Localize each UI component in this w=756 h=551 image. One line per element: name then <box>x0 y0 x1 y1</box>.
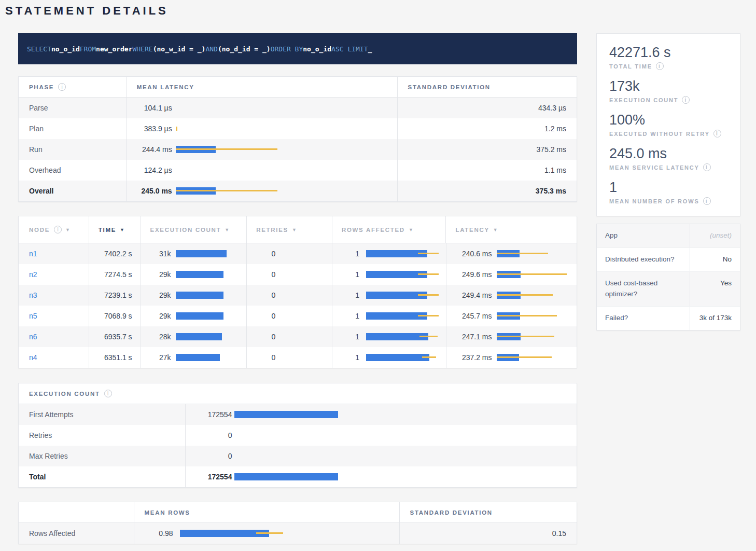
bar-stddev-segment <box>418 315 439 316</box>
stat-label: EXECUTED WITHOUT RETRYi <box>609 130 727 137</box>
latency-column-header[interactable]: LATENCY ▼ <box>445 216 577 243</box>
table-row: n27274.5 s29k01249.6 ms <box>19 264 577 285</box>
std-dev-value: 375.2 ms <box>536 145 566 154</box>
retries-cell: 0 <box>246 306 332 326</box>
info-icon[interactable]: i <box>682 96 690 104</box>
info-icon[interactable]: i <box>656 62 664 70</box>
rows-affected-label: Rows Affected <box>29 529 75 538</box>
table-row: Parse104.1 µs434.3 µs <box>19 98 577 118</box>
retries-column-header[interactable]: RETRIES ▼ <box>246 216 332 243</box>
time-cell: 6351.1 s <box>89 347 141 368</box>
std-dev-value: 375.3 ms <box>536 187 566 195</box>
table-row: Max Retries0 <box>19 446 577 466</box>
bar-mean-segment <box>176 333 222 340</box>
details-value: (unset) <box>690 224 740 247</box>
latency-cell: 245.7 ms <box>446 306 577 326</box>
execution-count-value: 172554 <box>186 473 232 481</box>
details-row: Used cost-based optimizer?Yes <box>597 271 740 306</box>
execution-count-cell: 29k <box>141 306 247 326</box>
retries-cell: 0 <box>246 243 332 264</box>
execution-count-value-cell: 172554 <box>185 466 577 487</box>
stat-label-text: MEAN NUMBER OF ROWS <box>609 198 699 204</box>
phase-label: Plan <box>29 125 44 133</box>
details-label: Failed? <box>597 307 690 330</box>
table-row: n57068.9 s29k01245.7 ms <box>19 306 577 326</box>
node-column-header[interactable]: NODE i ▼ <box>19 216 89 243</box>
latency-value: 247.1 ms <box>446 333 492 341</box>
rows-affected-column-header[interactable]: ROWS AFFECTED ▼ <box>332 216 446 243</box>
node-link[interactable]: n2 <box>29 270 37 279</box>
mean-rows-bar <box>180 530 389 537</box>
time-cell: 7239.1 s <box>89 285 141 306</box>
latency-cell: 249.6 ms <box>446 264 577 285</box>
bar-stddev-segment <box>497 253 548 254</box>
mean-latency-cell: 244.4 ms <box>126 139 397 160</box>
info-icon[interactable]: i <box>104 390 112 397</box>
sql-keyword: ASC LIMIT <box>331 45 368 53</box>
details-value: 3k of 173k <box>690 307 740 330</box>
execution-count-bar <box>234 432 566 439</box>
execution-count-label-cell: First Attempts <box>19 404 185 425</box>
sql-keyword: FROM <box>80 45 96 53</box>
rows-affected-table: MEAN ROWS STANDARD DEVIATION Rows Affect… <box>18 502 577 544</box>
mean-rows-cell: 0.98 <box>134 523 399 544</box>
sort-caret-icon: ▼ <box>225 227 229 232</box>
node-link[interactable]: n1 <box>29 250 37 258</box>
phase-cell: Parse <box>19 98 126 118</box>
node-link[interactable]: n5 <box>29 312 37 320</box>
bar-stddev-segment <box>497 336 554 337</box>
time-value: 6351.1 s <box>104 353 132 362</box>
info-icon[interactable]: i <box>713 130 721 137</box>
rows-affected-bar <box>366 312 442 320</box>
table-row: First Attempts172554 <box>19 404 577 425</box>
mean-latency-value: 245.0 ms <box>127 187 172 195</box>
latency-value: 240.6 ms <box>446 250 492 258</box>
time-header-label: TIME <box>99 227 116 233</box>
bar-stddev-segment <box>418 253 439 254</box>
phase-table-body: Parse104.1 µs434.3 µsPlan383.9 µs1.2 msR… <box>19 98 577 201</box>
main-column: SELECT no_o_id FROM new_order WHERE (no_… <box>18 33 577 544</box>
details-label: Used cost-based optimizer? <box>597 272 690 306</box>
info-icon[interactable]: i <box>703 197 711 205</box>
info-icon[interactable]: i <box>58 83 66 91</box>
sql-identifier: no_o_id <box>51 45 80 53</box>
stat-value: 173k <box>609 78 727 95</box>
node-link[interactable]: n4 <box>29 353 37 362</box>
info-icon[interactable]: i <box>54 226 62 233</box>
execution-count-bar <box>234 473 566 480</box>
phase-column-header: PHASE i <box>19 77 126 97</box>
bar-mean-segment <box>234 473 338 480</box>
execution-count-value: 29k <box>141 270 171 279</box>
mean-latency-cell: 383.9 µs <box>126 118 397 139</box>
phase-latency-table: PHASE i MEAN LATENCY STANDARD DEVIATION … <box>18 76 577 202</box>
execution-count-column-header[interactable]: EXECUTION COUNT ▼ <box>141 216 247 243</box>
bar-mean-segment <box>366 333 428 340</box>
details-value: Yes <box>690 272 740 306</box>
node-cell: n1 <box>19 243 89 264</box>
std-dev-value: 1.1 ms <box>544 166 566 174</box>
node-link[interactable]: n3 <box>29 291 37 299</box>
time-value: 7402.2 s <box>104 250 132 258</box>
execution-count-label-cell: Retries <box>19 425 185 446</box>
stat-label: EXECUTION COUNTi <box>609 96 727 104</box>
stat-value: 245.0 ms <box>609 145 727 162</box>
latency-value: 249.6 ms <box>446 270 492 279</box>
retries-cell: 0 <box>246 347 332 368</box>
node-link[interactable]: n6 <box>29 333 37 341</box>
rows-affected-table-body: Rows Affected0.980.15 <box>19 523 577 544</box>
rows-affected-cell: 1 <box>332 306 446 326</box>
sort-caret-icon: ▼ <box>120 227 124 232</box>
execution-count-value: 29k <box>141 291 171 299</box>
bar-stddev-segment <box>176 148 277 150</box>
std-dev-column-header: STANDARD DEVIATION <box>399 502 577 522</box>
mean-latency-value: 124.2 µs <box>127 166 172 174</box>
execution-count-bar <box>176 271 243 278</box>
info-icon[interactable]: i <box>703 163 711 171</box>
time-column-header[interactable]: TIME ▼ <box>89 216 141 243</box>
details-row: App(unset) <box>597 224 740 247</box>
std-dev-cell: 1.1 ms <box>397 160 577 181</box>
bar-stddev-segment <box>418 294 439 296</box>
rows-affected-bar <box>366 354 442 361</box>
time-value: 7068.9 s <box>104 312 132 320</box>
details-row: Distributed execution?No <box>597 247 740 271</box>
